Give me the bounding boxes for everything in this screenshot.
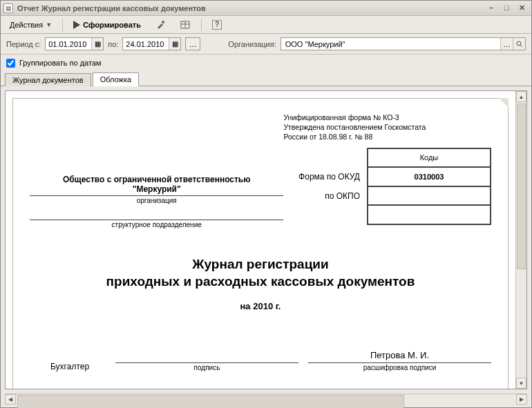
scroll-thumb[interactable]: [517, 104, 526, 269]
accountant-label: Бухгалтер: [30, 362, 106, 371]
form-notes: Унифицированная форма № КО-3 Утверждена …: [283, 113, 491, 142]
year-line: на 2010 г.: [30, 301, 491, 311]
titlebar: ▦ Отчет Журнал регистрации кассовых доку…: [1, 1, 531, 16]
okpo-label: по ОКПО: [283, 191, 367, 201]
settings-button[interactable]: [150, 17, 171, 32]
organization-input[interactable]: [281, 38, 500, 50]
scroll-up-button[interactable]: ▲: [516, 91, 526, 102]
minimize-button[interactable]: –: [486, 3, 497, 12]
tabs: Журнал документов Обложка: [1, 71, 531, 86]
document-title: Журнал регистрации приходных и расходных…: [30, 256, 491, 311]
date-from-input[interactable]: [46, 38, 91, 50]
structure-caption: структурное подразделение: [30, 220, 283, 229]
date-to-field[interactable]: ▦: [122, 37, 181, 50]
period-from-label: Период с:: [6, 40, 41, 48]
maximize-button[interactable]: □: [501, 3, 512, 12]
codes-table: Коды 0310003: [367, 148, 491, 225]
report-page: Общество с ограниченной ответственностью…: [12, 98, 509, 389]
scroll-thumb-h[interactable]: [17, 395, 404, 408]
calendar-icon[interactable]: ▦: [91, 38, 103, 50]
org-search-button[interactable]: [513, 38, 525, 50]
help-icon: ?: [212, 20, 222, 30]
extra-code-value: [368, 205, 491, 224]
scroll-track-h[interactable]: [16, 394, 516, 405]
group-by-dates-checkbox[interactable]: [6, 59, 15, 68]
period-picker-button[interactable]: …: [185, 37, 200, 50]
tab-cover[interactable]: Обложка: [93, 72, 139, 86]
scroll-track[interactable]: [516, 102, 526, 378]
group-by-dates-label: Группировать по датам: [19, 59, 102, 67]
date-from-field[interactable]: ▦: [45, 37, 104, 50]
help-button[interactable]: ?: [207, 18, 227, 32]
org-name-line2: "Меркурий": [30, 184, 283, 194]
page-corner-icon: [499, 98, 509, 108]
form-notes-line3: России от 18.08.98 г. № 88: [283, 132, 491, 142]
generate-button[interactable]: Сформировать: [68, 19, 146, 31]
vertical-scrollbar[interactable]: ▲ ▼: [515, 91, 526, 389]
tab-cover-label: Обложка: [100, 75, 131, 84]
organization-combo[interactable]: …: [281, 37, 526, 50]
org-caption: организация: [30, 196, 283, 204]
organization-block: Общество с ограниченной ответственностью…: [30, 175, 283, 229]
horizontal-scrollbar[interactable]: ◀ ▶: [5, 394, 527, 405]
period-to-label: по:: [108, 40, 118, 48]
actions-label: Действия: [10, 21, 43, 29]
okud-value: 0310003: [368, 167, 491, 186]
calendar-icon[interactable]: ▦: [169, 38, 180, 50]
search-icon: [516, 41, 523, 48]
svg-point-1: [162, 21, 164, 23]
title-line1: Журнал регистрации: [192, 257, 328, 271]
org-label: Организация:: [228, 40, 276, 48]
okud-label: Форма по ОКУД: [283, 172, 367, 182]
options-button[interactable]: [175, 17, 196, 32]
tab-journal[interactable]: Журнал документов: [5, 73, 91, 86]
signature-caption: подпись: [115, 364, 298, 371]
form-notes-line1: Унифицированная форма № КО-3: [283, 113, 491, 122]
svg-line-6: [520, 45, 522, 47]
toolbar-divider: [62, 19, 63, 31]
scroll-down-button[interactable]: ▼: [516, 378, 526, 389]
wrench-icon: [155, 19, 166, 30]
generate-label: Сформировать: [83, 21, 141, 29]
decipher-value: Петрова М. И.: [308, 350, 491, 361]
filter-bar: Период с: ▦ по: ▦ … Организация: …: [1, 34, 531, 55]
app-icon: ▦: [3, 3, 13, 13]
scroll-right-button[interactable]: ▶: [516, 394, 527, 405]
chevron-down-icon: ▼: [46, 21, 52, 28]
title-line2: приходных и расходных кассовых документо…: [106, 274, 415, 289]
decipher-caption: расшифровка подписи: [308, 364, 491, 371]
actions-menu[interactable]: Действия ▼: [5, 19, 57, 31]
okpo-value: [368, 186, 491, 206]
toolbar: Действия ▼ Сформировать ?: [1, 16, 531, 34]
svg-marker-0: [73, 21, 80, 29]
date-to-input[interactable]: [123, 38, 169, 50]
form-notes-line2: Утверждена постановлением Госкомстата: [283, 122, 491, 132]
org-name-line1: Общество с ограниченной ответственностью: [30, 175, 283, 184]
scroll-left-button[interactable]: ◀: [5, 394, 16, 405]
signature-value: [115, 350, 298, 361]
group-row: Группировать по датам: [1, 55, 531, 71]
org-ellipsis-button[interactable]: …: [500, 38, 513, 50]
codes-header: Коды: [368, 148, 491, 168]
close-button[interactable]: ✕: [516, 3, 527, 12]
toolbar-divider: [201, 19, 202, 31]
document-area: Общество с ограниченной ответственностью…: [5, 90, 527, 389]
tab-journal-label: Журнал документов: [12, 76, 84, 84]
play-icon: [73, 21, 80, 29]
signature-row: Бухгалтер подпись Петрова М. И. расшифро…: [30, 350, 491, 371]
table-icon: [180, 19, 191, 30]
window-title: Отчет Журнал регистрации кассовых докуме…: [17, 4, 206, 12]
